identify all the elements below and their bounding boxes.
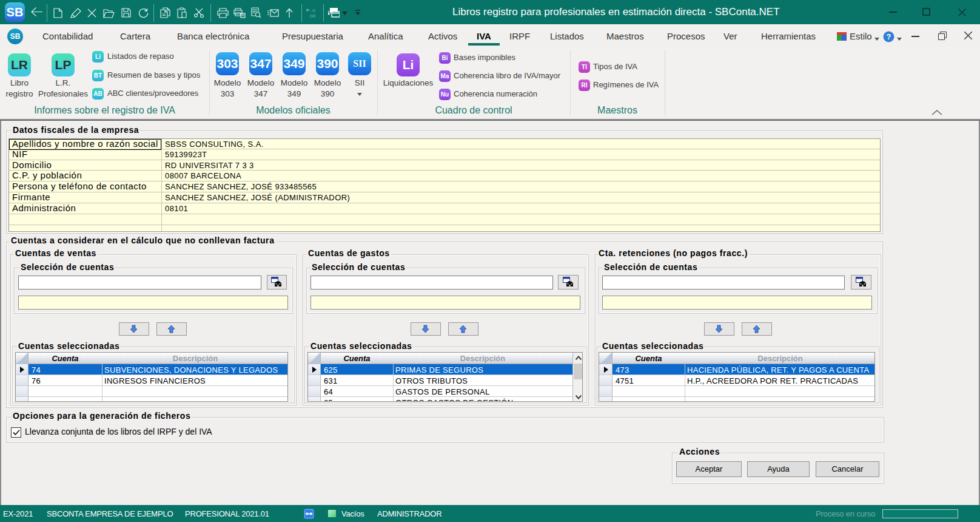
svg-text:.0: .0 [311, 8, 315, 13]
svg-text:?: ? [887, 32, 891, 41]
svg-text:.00: .00 [309, 13, 316, 18]
